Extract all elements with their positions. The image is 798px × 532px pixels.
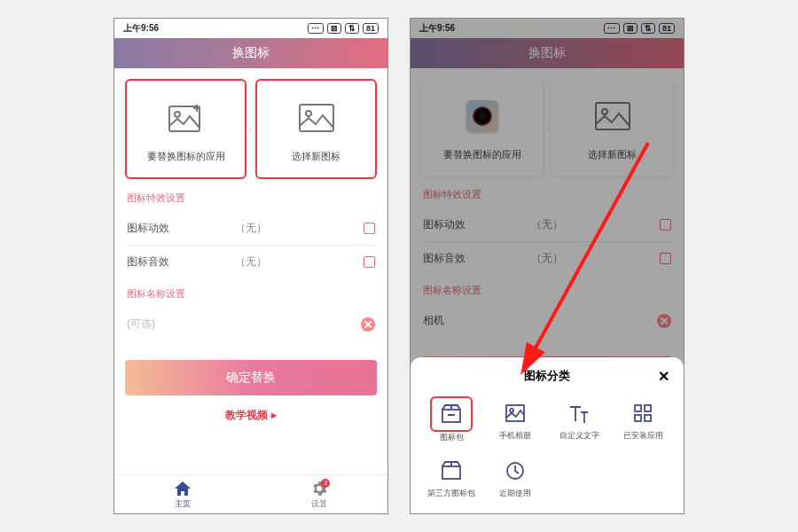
main-content: 要替换图标的应用 › 选择新图标 图标特效设置 图标动效 （无） 图标音效 （无… [114,68,387,423]
svg-rect-0 [169,106,200,131]
image-plus-icon [134,98,238,137]
svg-point-9 [510,409,513,412]
cat-icon-pack[interactable]: 图标包 [419,393,483,450]
cat-installed[interactable]: 已安装应用 [611,393,675,450]
tutorial-link[interactable]: 教学视频 ▸ [125,408,377,423]
section-effect-title: 图标特效设置 [127,192,375,205]
phone-screen-right: 上午9:56 ⋯ ⊠ ⇅ 81 换图标 要替换图标的应用 › 选择新图标 [410,18,685,514]
label: 图标动效 [127,221,169,236]
svg-point-1 [175,112,180,117]
sheet-title: 图标分类 ✕ [419,368,675,384]
value: （无） [235,221,267,236]
bottom-nav: 主页 2 设置 [114,474,387,513]
confirm-button[interactable]: 确定替换 [125,360,377,395]
more-icon: ⋯ [308,23,324,34]
svg-rect-7 [442,410,460,422]
row-sound[interactable]: 图标音效 （无） [125,246,377,278]
card-select-icon[interactable]: 选择新图标 [255,79,377,179]
svg-rect-12 [635,415,641,421]
package-icon [434,400,469,428]
cat-third-party[interactable]: 第三方图标包 [419,450,483,506]
card-label: 选择新图标 [264,150,368,163]
home-icon [114,481,251,497]
package-icon [421,458,481,484]
close-icon[interactable]: ✕ [658,368,669,385]
battery-icon: 81 [363,23,379,34]
cat-recent[interactable]: 近期使用 [483,450,547,506]
svg-rect-2 [300,105,333,131]
placeholder: (可选) [127,317,155,332]
gear-icon: 2 [251,481,387,497]
input-icon-name[interactable]: (可选) [125,308,377,340]
header-title: 换图标 [232,45,270,59]
value: （无） [235,254,267,270]
checkbox[interactable] [364,256,375,268]
svg-rect-8 [506,405,524,421]
svg-rect-11 [645,405,651,411]
label: 图标音效 [127,254,169,270]
chevron-right-icon: › [249,124,252,134]
apps-icon [613,400,673,426]
bottom-sheet: 图标分类 ✕ 图标包 手机相册 自定义文字 [411,357,684,513]
cat-album[interactable]: 手机相册 [483,393,547,450]
svg-point-3 [306,111,311,116]
category-grid: 图标包 手机相册 自定义文字 已安装应用 [419,393,675,506]
section-name-title: 图标名称设置 [127,287,375,301]
nav-settings[interactable]: 2 设置 [251,475,387,513]
nav-home[interactable]: 主页 [114,475,251,513]
clear-icon[interactable] [361,317,375,332]
status-icons: ⋯ ⊠ ⇅ 81 [308,23,379,34]
text-icon [549,400,609,426]
clock-icon [485,458,545,484]
svg-rect-14 [442,466,460,479]
checkbox[interactable] [364,223,375,234]
close-wifi-icon: ⊠ [327,23,341,34]
row-animation[interactable]: 图标动效 （无） [125,212,377,245]
cat-text[interactable]: 自定义文字 [547,393,611,450]
album-icon [485,400,545,426]
status-time: 上午9:56 [123,22,159,35]
svg-rect-10 [635,405,641,411]
card-select-app[interactable]: 要替换图标的应用 › [125,79,246,179]
app-header: 换图标 [114,38,387,68]
signal-icon: ⇅ [345,23,359,34]
card-label: 要替换图标的应用 [134,150,238,163]
status-bar: 上午9:56 ⋯ ⊠ ⇅ 81 [114,19,387,38]
phone-screen-left: 上午9:56 ⋯ ⊠ ⇅ 81 换图标 要替换图标的应用 › 选择新图标 [113,18,388,514]
image-icon [264,98,368,137]
badge: 2 [321,479,330,488]
svg-rect-13 [645,415,651,421]
